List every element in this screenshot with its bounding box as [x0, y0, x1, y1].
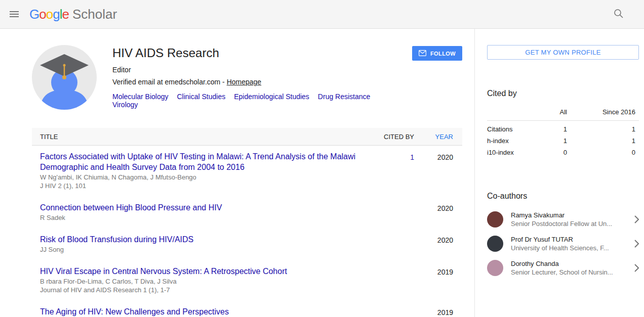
article-year: 2019 [414, 266, 462, 295]
article-cited-by-cell [358, 266, 414, 295]
google-scholar-logo[interactable]: Google Scholar [29, 8, 117, 21]
article-row: Connection between High Blood Pressure a… [32, 197, 462, 229]
articles-table: TITLE CITED BY YEAR Factors Associated w… [32, 128, 462, 317]
chevron-right-icon[interactable] [634, 215, 639, 223]
google-logo-letters: Google [29, 8, 69, 21]
article-year: 2020 [414, 152, 462, 191]
column-header-year[interactable]: YEAR [414, 133, 462, 141]
article-cited-by-cell [358, 307, 414, 317]
cited-by-column-all[interactable]: All [532, 108, 567, 116]
article-cited-by-cell [358, 235, 414, 254]
article-title-link[interactable]: Connection between High Blood Pressure a… [40, 203, 222, 212]
cited-by-metric-label: h-index [487, 137, 532, 145]
interest-link[interactable]: Clinical Studies [177, 93, 226, 101]
article-row: Risk of Blood Transfusion during HIV/AID… [32, 229, 462, 260]
coauthor-affiliation: Senior Lecturer, School of Nursin... [511, 268, 630, 276]
article-cited-by-count[interactable]: 1 [410, 153, 414, 161]
article-title-link[interactable]: The Aging of HIV: New Challenges and Per… [40, 307, 229, 316]
coauthor-text: Ramya Sivakumar Senior Postdoctoral Fell… [511, 211, 630, 228]
search-button[interactable] [612, 7, 626, 22]
article-title-link[interactable]: HIV Viral Escape in Central Nervous Syst… [40, 267, 287, 276]
coauthor-name[interactable]: Dorothy Chanda [511, 260, 630, 267]
interest-link[interactable]: Virology [112, 101, 138, 109]
interest-link[interactable]: Molecular Biology [112, 93, 169, 101]
article-cited-by-cell [358, 203, 414, 222]
article-row: HIV Viral Escape in Central Nervous Syst… [32, 260, 462, 301]
article-title-link[interactable]: Risk of Blood Transfusion during HIV/AID… [40, 235, 193, 244]
coauthor-item[interactable]: Ramya Sivakumar Senior Postdoctoral Fell… [487, 211, 639, 228]
cited-by-metric-label: Citations [487, 125, 532, 133]
article-row: Factors Associated with Uptake of HIV Te… [32, 146, 462, 197]
cited-by-rows: Citations 1 1 h-index 1 1 i10-index 0 0 [487, 121, 639, 158]
articles-rows: Factors Associated with Uptake of HIV Te… [32, 146, 462, 317]
profile-name: HIV AIDS Research [112, 46, 412, 60]
coauthor-text: Dorothy Chanda Senior Lecturer, School o… [511, 260, 630, 276]
interests-list: Molecular BiologyClinical StudiesEpidemi… [112, 93, 412, 109]
search-icon [614, 13, 624, 20]
column-header-cited-by: CITED BY [358, 133, 414, 141]
cited-by-value-all: 1 [532, 137, 567, 145]
cited-by-header-spacer [487, 108, 532, 116]
follow-button-label: FOLLOW [430, 51, 456, 57]
google-logo-letter: e [62, 8, 68, 21]
coauthor-item[interactable]: Dorothy Chanda Senior Lecturer, School o… [487, 260, 639, 276]
coauthor-avatar [487, 211, 503, 228]
article-main: Factors Associated with Uptake of HIV Te… [32, 152, 358, 191]
article-title-link[interactable]: Factors Associated with Uptake of HIV Te… [40, 152, 355, 171]
coauthor-affiliation: Senior Postdoctoral Fellow at Un... [511, 220, 630, 228]
coauthors-section: Co-authors Ramya Sivakumar Senior Postdo… [487, 192, 639, 276]
coauthor-affiliation: University of Health Sciences, F... [511, 244, 630, 252]
homepage-link[interactable]: Homepage [227, 78, 262, 86]
coauthors-title: Co-authors [487, 192, 639, 201]
profile-info: HIV AIDS Research Editor Verified email … [112, 45, 412, 110]
cited-by-title: Cited by [487, 89, 639, 98]
article-main: HIV Viral Escape in Central Nervous Syst… [32, 266, 358, 295]
article-authors: B rbara Flor-De-Lima, C Carlos, T Diva, … [40, 278, 358, 286]
google-logo-letter: o [46, 8, 53, 21]
articles-table-header: TITLE CITED BY YEAR [32, 128, 462, 146]
cited-by-table-header: All Since 2016 [487, 108, 639, 121]
profile-verified-email: Verified email at emedscholar.com - Home… [112, 78, 412, 86]
profile-role: Editor [112, 66, 412, 74]
profile-avatar [32, 45, 97, 110]
cited-by-table: All Since 2016 Citations 1 1 h-index 1 1… [487, 108, 639, 158]
interest-link[interactable]: Drug Resistance [318, 93, 371, 101]
article-venue: J HIV 2 (1), 101 [40, 182, 358, 191]
google-logo-letter: G [29, 8, 39, 21]
hamburger-menu-button[interactable] [4, 4, 24, 24]
coauthor-avatar [487, 260, 503, 276]
chevron-right-icon[interactable] [634, 240, 639, 248]
cited-by-section: Cited by All Since 2016 Citations 1 1 h-… [487, 89, 639, 158]
article-authors: R Sadek [40, 214, 358, 222]
interest-link[interactable]: Epidemiological Studies [234, 93, 309, 101]
get-my-own-profile-button[interactable]: GET MY OWN PROFILE [487, 45, 639, 60]
cited-by-value-since: 0 [567, 149, 635, 156]
coauthor-name[interactable]: Ramya Sivakumar [511, 211, 630, 219]
main-column: HIV AIDS Research Editor Verified email … [32, 29, 462, 317]
article-authors: JJ Song [40, 246, 358, 254]
cited-by-value-since: 1 [567, 137, 635, 145]
article-cited-by-cell: 1 [358, 152, 414, 191]
follow-button[interactable]: FOLLOW [412, 46, 462, 61]
cited-by-value-all: 0 [532, 149, 567, 156]
column-header-title: TITLE [32, 133, 358, 141]
vertical-divider [474, 29, 475, 317]
article-row: The Aging of HIV: New Challenges and Per… [32, 301, 462, 317]
coauthor-name[interactable]: Prof Dr Yusuf TUTAR [511, 236, 630, 243]
google-logo-letter: o [39, 8, 46, 21]
coauthor-item[interactable]: Prof Dr Yusuf TUTAR University of Health… [487, 236, 639, 252]
envelope-icon [419, 50, 426, 57]
scholar-logo-text: Scholar [72, 8, 117, 21]
coauthors-list: Ramya Sivakumar Senior Postdoctoral Fell… [487, 211, 639, 276]
article-year: 2020 [414, 235, 462, 254]
scholar-avatar-graphic [32, 45, 97, 110]
page-body: HIV AIDS Research Editor Verified email … [0, 29, 644, 317]
article-authors: W Ng'ambi, IK Chiumia, N Chagoma, J Mfut… [40, 173, 358, 182]
article-year: 2019 [414, 307, 462, 317]
cited-by-row: Citations 1 1 [487, 121, 639, 135]
article-main: Risk of Blood Transfusion during HIV/AID… [32, 235, 358, 254]
coauthor-avatar [487, 236, 503, 252]
cited-by-column-since[interactable]: Since 2016 [567, 108, 635, 116]
profile-header: HIV AIDS Research Editor Verified email … [32, 45, 462, 110]
chevron-right-icon[interactable] [634, 264, 639, 272]
